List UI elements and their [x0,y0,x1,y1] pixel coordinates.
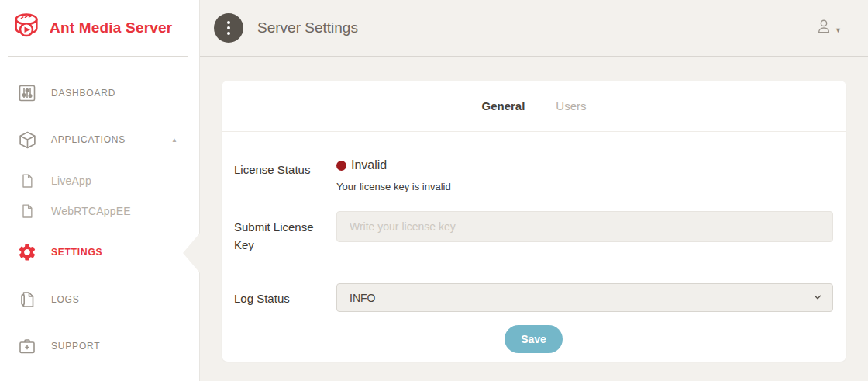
brand-logo[interactable]: Ant Media Server [0,0,199,56]
sidebar-item-label: LOGS [51,294,80,305]
ant-media-logo-icon [11,12,42,44]
sidebar-item-label: APPLICATIONS [51,134,126,145]
file-icon [17,201,37,221]
user-icon [815,18,832,38]
log-status-selected-value: INFO [350,292,375,304]
license-key-input[interactable] [336,211,833,242]
chevron-down-icon: ▼ [835,26,842,34]
sidebar-item-dashboard[interactable]: DASHBOARD [0,78,199,108]
tab-general[interactable]: General [481,99,525,113]
sidebar-item-webrtcappee[interactable]: WebRTCAppEE [0,196,199,226]
sidebar-item-label: SUPPORT [51,341,100,352]
collapse-caret-icon[interactable]: ▲ [171,137,177,144]
status-dot-icon [336,161,346,171]
sidebar-item-label: DASHBOARD [51,88,115,99]
first-aid-icon [17,336,37,356]
page-title: Server Settings [257,19,358,36]
license-status-label: License Status [234,154,336,192]
sidebar-item-settings[interactable]: SETTINGS [0,237,199,267]
tab-users[interactable]: Users [556,99,586,113]
package-icon [17,130,37,150]
license-status-value: Invalid [351,158,387,172]
submit-license-key-row: Submit License Key [234,211,833,254]
log-status-select[interactable]: INFO [336,283,833,312]
settings-tabs: General Users [222,81,846,132]
sidebar-item-label: SETTINGS [51,247,102,258]
sidebar-item-label: LiveApp [51,175,91,187]
sidebar-item-applications[interactable]: APPLICATIONS ▲ [0,125,199,154]
general-settings-form: License Status Invalid Your license key … [222,132,846,353]
sidebar: Ant Media Server DASHBOARD [0,0,200,381]
active-item-notch [183,232,201,274]
file-icon [17,171,37,191]
chevron-down-icon [812,292,823,305]
log-status-row: Log Status INFO [234,283,833,312]
gear-icon [17,242,37,262]
license-status-value-group: Invalid Your license key is invalid [336,154,833,192]
user-menu-button[interactable]: ▼ [815,18,842,38]
kebab-menu-icon [227,21,230,24]
sidebar-item-liveapp[interactable]: LiveApp [0,166,199,196]
save-button[interactable]: Save [505,325,563,353]
server-settings-card: General Users License Status Invalid You… [222,81,846,362]
kebab-menu-button[interactable] [214,13,243,43]
sidebar-item-support[interactable]: SUPPORT [0,331,199,361]
submit-license-key-label: Submit License Key [234,211,336,254]
brand-name: Ant Media Server [50,19,172,36]
license-status-description: Your license key is invalid [336,181,833,192]
sliders-icon [17,83,37,103]
sidebar-item-label: WebRTCAppEE [51,205,131,217]
header-bar: Server Settings ▼ [200,0,868,57]
license-status-row: License Status Invalid Your license key … [234,154,833,192]
sidebar-divider [8,56,188,57]
log-file-icon [17,289,37,310]
log-status-label: Log Status [234,283,336,312]
app-window: Ant Media Server DASHBOARD [0,0,868,381]
sidebar-item-logs[interactable]: LOGS [0,285,199,314]
save-row: Save [234,325,833,353]
